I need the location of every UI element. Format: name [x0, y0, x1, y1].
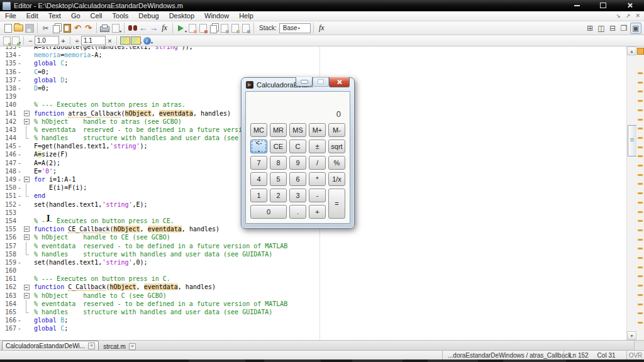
calc-button-mr[interactable]: MR [270, 123, 287, 137]
cut-icon[interactable]: ✂ [40, 23, 51, 33]
calc-button-3[interactable]: 3 [289, 189, 306, 202]
calculator-close-icon[interactable] [329, 77, 350, 87]
menu-item-window[interactable]: Window [199, 11, 234, 21]
mlint-summary-icon[interactable] [637, 48, 644, 55]
layout-vsplit-icon[interactable]: ◫ [596, 23, 606, 33]
calculator-minimize-icon[interactable] [296, 77, 313, 87]
stack-dropdown[interactable]: Base ▾ [279, 23, 311, 33]
mlint-mark[interactable] [638, 294, 643, 296]
print-icon[interactable] [99, 23, 110, 33]
mlint-mark[interactable] [638, 72, 643, 74]
layout-grid-icon[interactable]: ⊞ [585, 23, 595, 33]
mlint-mark[interactable] [638, 229, 643, 231]
tab-close-icon[interactable]: × [88, 343, 95, 349]
breakpoint-dash[interactable]: - [16, 316, 23, 324]
calc-button-0[interactable]: 0 [250, 205, 287, 219]
mlint-mark[interactable] [638, 82, 643, 84]
close-icon[interactable] [621, 1, 638, 9]
menu-item-edit[interactable]: Edit [21, 11, 43, 21]
calc-button-decimal[interactable]: . [289, 205, 306, 219]
calc-button-7[interactable]: 7 [250, 156, 267, 170]
mlint-mark[interactable] [638, 128, 643, 129]
breakpoint-dash[interactable]: - [16, 59, 23, 67]
minimize-icon[interactable] [569, 1, 585, 9]
mlint-mark[interactable] [638, 100, 643, 102]
calc-button-5[interactable]: 5 [270, 172, 287, 186]
info-icon[interactable]: i [142, 36, 152, 46]
fold-toggle-icon[interactable] [23, 233, 30, 241]
insert-cell-icon[interactable] [11, 36, 20, 46]
breakpoint-dash[interactable]: - [16, 184, 23, 192]
layout-hsplit-icon[interactable]: ⊟ [608, 23, 618, 33]
mlint-mark[interactable] [638, 211, 643, 213]
layout-cascade-icon[interactable]: ❐ [619, 23, 629, 33]
mlint-mark[interactable] [638, 109, 643, 111]
scroll-up-icon[interactable]: ▲ [627, 47, 636, 55]
find-icon[interactable] [127, 23, 138, 33]
mlint-mark[interactable] [638, 285, 643, 287]
insert-cell-above-icon[interactable] [230, 23, 240, 33]
menu-item-file[interactable]: File [0, 11, 21, 21]
fold-toggle-icon[interactable] [23, 283, 30, 291]
increase-value-button[interactable]: + [59, 36, 67, 45]
vertical-scrollbar[interactable]: ▲ ▼ [626, 47, 636, 340]
open-file-icon[interactable] [13, 23, 24, 33]
breakpoint-dash[interactable]: - [16, 192, 23, 200]
menu-item-debug[interactable]: Debug [133, 11, 164, 21]
calc-button-backspace[interactable]: <-- [250, 140, 267, 153]
mlint-mark[interactable] [638, 174, 643, 176]
run-icon[interactable] [175, 23, 186, 33]
calculator-window[interactable]: CalculadoraEsta... 0 MCMRMSM+M-<--CEC±sq… [241, 77, 355, 229]
insert-cell-below-icon[interactable] [240, 23, 251, 33]
undo-icon[interactable]: ↶ [72, 23, 83, 33]
mlint-mark[interactable] [638, 220, 643, 222]
divide-value-button[interactable]: ÷ [73, 36, 81, 45]
mlint-mark[interactable] [638, 257, 643, 259]
tab-close-icon[interactable]: × [129, 343, 136, 350]
breakpoint-dash[interactable]: - [16, 68, 23, 76]
fold-toggle-icon[interactable] [23, 292, 30, 300]
calc-button-4[interactable]: 4 [250, 172, 267, 186]
calc-button-divide[interactable]: / [309, 156, 326, 170]
menu-item-help[interactable]: Help [234, 11, 258, 21]
new-file-icon[interactable] [3, 23, 13, 33]
breakpoint-dash[interactable]: - [16, 200, 23, 209]
redo-icon[interactable]: ↷ [83, 23, 94, 33]
mlint-mark[interactable] [638, 304, 643, 305]
evaluate-advance-icon[interactable] [219, 23, 230, 33]
figure-thumbnail-icon[interactable] [119, 36, 130, 46]
value-field-1[interactable] [35, 36, 59, 45]
fold-toggle-icon[interactable] [23, 118, 30, 126]
save-icon[interactable] [24, 23, 35, 33]
mlint-mark[interactable] [638, 90, 643, 92]
breakpoint-dash[interactable]: - [16, 76, 23, 84]
mlint-mark[interactable] [638, 275, 643, 277]
mlint-mark[interactable] [638, 266, 643, 268]
calc-button-ce[interactable]: CE [270, 140, 287, 153]
print-preview-icon[interactable] [110, 23, 121, 33]
scroll-down-icon[interactable]: ▼ [627, 331, 636, 340]
breakpoint-dash[interactable]: - [16, 51, 23, 59]
menu-item-cell[interactable]: Cell [86, 11, 108, 21]
breakpoint-dash[interactable]: - [16, 258, 23, 266]
calc-button-plus[interactable]: + [309, 205, 326, 219]
fold-toggle-icon[interactable] [23, 225, 30, 233]
window-titlebar[interactable]: Editor - E:\Desktop\CalculadoraEstandarD… [0, 0, 644, 11]
scrollbar-thumb[interactable] [628, 125, 637, 156]
calc-button-ms[interactable]: MS [289, 123, 306, 137]
menu-item-tools[interactable]: Tools [108, 11, 134, 21]
calc-button-2[interactable]: 2 [270, 189, 287, 202]
insert-text-icon[interactable] [3, 36, 11, 46]
calc-button-sqrt[interactable]: sqrt [328, 140, 345, 153]
copy-cell-icon[interactable] [208, 23, 219, 33]
dock-icon[interactable]: ↘ [616, 11, 621, 21]
fx-button[interactable]: fx [316, 23, 327, 33]
undock-icon[interactable]: ↗ [626, 11, 631, 21]
calc-button-m-plus[interactable]: M+ [309, 123, 326, 137]
figure-options-icon[interactable] [130, 36, 141, 46]
mlint-mark[interactable] [638, 202, 643, 204]
layout-maximize-icon[interactable]: ▣ [630, 23, 641, 34]
breakpoint-dash[interactable]: - [16, 175, 23, 184]
breakpoint-dash[interactable]: - [16, 150, 23, 158]
menu-item-go[interactable]: Go [66, 11, 86, 21]
